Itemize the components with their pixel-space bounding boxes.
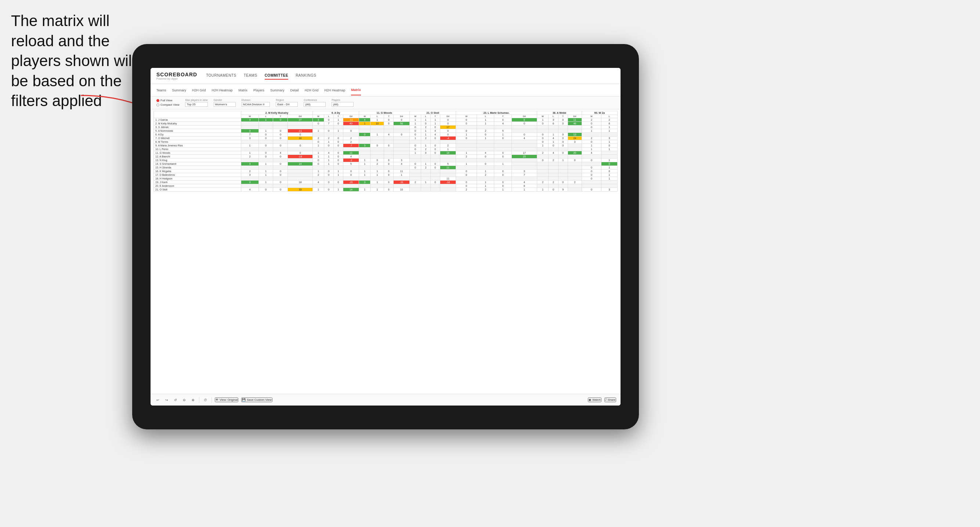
bottom-toolbar: ↩ ↪ ↺ ⊖ ⊕ ⏱ 👁 View: Original 💾 Save Cust… bbox=[151, 394, 620, 406]
full-view-option[interactable]: Full View bbox=[156, 99, 179, 102]
nav-tournaments[interactable]: TOURNAMENTS bbox=[206, 72, 237, 79]
nav-committee[interactable]: COMMITTEE bbox=[265, 72, 289, 79]
table-row: 9. A Maria Jimenez Rios 1000 100-7 300 0… bbox=[154, 144, 617, 148]
player-name: 10. L Perini bbox=[154, 148, 241, 151]
view-original-button[interactable]: 👁 View: Original bbox=[215, 397, 238, 402]
player-name: 1. J Garcia bbox=[154, 118, 241, 122]
nav-items: TOURNAMENTS TEAMS COMMITTEE RANKINGS bbox=[206, 72, 316, 79]
sub-h-l7: L bbox=[601, 115, 617, 118]
table-row: 14. S Srichantamit 31014 0105 1204 0105 … bbox=[154, 162, 617, 166]
sub-h-w7: W bbox=[582, 115, 601, 118]
players-filter: Players (All) bbox=[332, 99, 353, 107]
max-players-filter: Max players in view Top 25 bbox=[185, 99, 207, 107]
sub-nav-h2h-grid2[interactable]: H2H Grid bbox=[305, 86, 319, 95]
sub-nav-summary[interactable]: Summary bbox=[172, 86, 186, 95]
sub-h-dif2: Dif bbox=[343, 115, 359, 118]
watch-button[interactable]: ◉ Watch bbox=[588, 397, 601, 402]
zoom-out-button[interactable]: ⊖ bbox=[181, 397, 187, 403]
sub-nav-teams[interactable]: Teams bbox=[156, 86, 166, 95]
sub-h-t1: T bbox=[273, 115, 288, 118]
logo-title: SCOREBOARD bbox=[156, 71, 197, 78]
matrix-area[interactable]: 2. M Kelly Mulcahy 6. A Dy 11. G Woods 2… bbox=[151, 110, 620, 394]
zoom-in-button[interactable]: ⊕ bbox=[190, 397, 196, 403]
gender-select[interactable]: Women's bbox=[214, 102, 236, 107]
table-row: 17. D Ballesteros 310 2010 1101 0207 01 bbox=[154, 173, 617, 177]
clock-button[interactable]: ⏱ bbox=[202, 397, 208, 403]
sub-nav-detail[interactable]: Detail bbox=[290, 86, 299, 95]
table-row: 16. K Mcgaha 210 1010 11011 0103 00 bbox=[154, 170, 617, 173]
sub-h-w3: W bbox=[359, 115, 371, 118]
player-name: 20. E Andersson bbox=[154, 184, 241, 188]
max-players-label: Max players in view bbox=[185, 99, 207, 101]
tablet-screen: SCOREBOARD Powered by clippd TOURNAMENTS… bbox=[151, 68, 620, 406]
save-icon: 💾 bbox=[242, 398, 246, 402]
sub-h-t6: T bbox=[558, 115, 568, 118]
compact-view-radio[interactable] bbox=[156, 103, 159, 106]
conference-select[interactable]: (All) bbox=[304, 102, 326, 107]
compact-view-option[interactable]: Compact View bbox=[156, 103, 179, 106]
player-name: 11. G Woods bbox=[154, 151, 241, 155]
save-custom-view-label: Save Custom View bbox=[247, 398, 271, 402]
sub-nav-matrix[interactable]: Matrix bbox=[239, 86, 248, 95]
sub-h-l5: L bbox=[477, 115, 494, 118]
sub-h-w4: W bbox=[410, 115, 421, 118]
undo-button[interactable]: ↩ bbox=[155, 397, 161, 403]
table-row: 10. L Perini 0201 11 bbox=[154, 148, 617, 151]
player-name: 15. H Stranda bbox=[154, 166, 241, 170]
table-row: 13. N Klug 010-2 1003 0210 01 bbox=[154, 159, 617, 162]
table-row: 1. J Garcia 31027 301-11 4100 1110 0106 … bbox=[154, 118, 617, 122]
region-select[interactable]: East - DII bbox=[276, 102, 298, 107]
players-select[interactable]: (All) bbox=[332, 102, 353, 107]
table-row: 8. M Torres 0102 0103 01 bbox=[154, 140, 617, 144]
col-header-2: 6. A Dy bbox=[312, 111, 359, 115]
nav-teams[interactable]: TEAMS bbox=[244, 72, 258, 79]
col-header-5: 23. L Marie Schumac. bbox=[456, 111, 537, 115]
watch-label: Watch bbox=[592, 398, 600, 402]
player-header bbox=[154, 111, 241, 118]
sub-h-dif6: Dif bbox=[568, 115, 582, 118]
save-custom-view-button[interactable]: 💾 Save Custom View bbox=[241, 397, 272, 402]
toolbar-separator bbox=[199, 397, 199, 403]
sub-nav-h2h-grid[interactable]: H2H Grid bbox=[192, 86, 206, 95]
view-original-icon: 👁 bbox=[216, 398, 218, 402]
sub-nav-h2h-heatmap[interactable]: H2H Heatmap bbox=[212, 86, 233, 95]
player-name: 6. A Dy bbox=[154, 133, 241, 137]
table-row: 18. H Hodgson 11 01 bbox=[154, 177, 617, 181]
share-button[interactable]: ⤴ Share bbox=[605, 397, 616, 402]
sub-nav-matrix2[interactable]: Matrix bbox=[351, 85, 361, 95]
player-name: 18. H Hodgson bbox=[154, 177, 241, 181]
table-row: 2. M Kelly Mulcahy 07040 110050 1010 014… bbox=[154, 122, 617, 125]
sub-nav-players[interactable]: Players bbox=[253, 86, 264, 95]
sub-h-w6: W bbox=[537, 115, 548, 118]
division-filter: Division NCAA Division II bbox=[242, 99, 270, 107]
redo-button[interactable]: ↪ bbox=[164, 397, 170, 403]
full-view-radio[interactable] bbox=[156, 99, 159, 102]
table-row: 19. J Kanh 31018 400-20 310-31 210-18 01… bbox=[154, 181, 617, 184]
share-icon: ⤴ bbox=[605, 398, 606, 402]
sub-h-t5: T bbox=[494, 115, 511, 118]
player-name: 14. S Srichantamit bbox=[154, 162, 241, 166]
refresh-button[interactable]: ↺ bbox=[173, 397, 178, 403]
max-players-select[interactable]: Top 25 bbox=[185, 102, 207, 107]
table-row: 20. E Andersson 0108 bbox=[154, 184, 617, 188]
view-options: Full View Compact View bbox=[156, 99, 179, 106]
sub-nav-h2h-heatmap2[interactable]: H2H Heatmap bbox=[324, 86, 345, 95]
watch-icon: ◉ bbox=[589, 398, 591, 402]
table-row: 15. H Stranda 02011 01 bbox=[154, 166, 617, 170]
sub-h-l6: L bbox=[549, 115, 558, 118]
nav-rankings[interactable]: RANKINGS bbox=[296, 72, 316, 79]
player-name: 21. O Stoll bbox=[154, 188, 241, 192]
table-row: 5. A Nomrowski 310-11 1010 0140 025 11 bbox=[154, 129, 617, 133]
player-name: 19. J Kanh bbox=[154, 181, 241, 184]
player-name: 8. M Torres bbox=[154, 140, 241, 144]
region-filter: Region East - DII bbox=[276, 99, 298, 107]
division-select[interactable]: NCAA Division II bbox=[242, 102, 270, 107]
player-name: 7. O Mitchell bbox=[154, 137, 241, 140]
players-label: Players bbox=[332, 99, 353, 101]
sub-h-t3: T bbox=[384, 115, 394, 118]
sub-nav: Teams Summary H2H Grid H2H Heatmap Matri… bbox=[151, 84, 620, 97]
player-name: 16. K Mcgaha bbox=[154, 170, 241, 173]
col-header-4: 21. O Stoll bbox=[410, 111, 456, 115]
player-name: 9. A Maria Jimenez Rios bbox=[154, 144, 241, 148]
sub-nav-summary2[interactable]: Summary bbox=[270, 86, 285, 95]
